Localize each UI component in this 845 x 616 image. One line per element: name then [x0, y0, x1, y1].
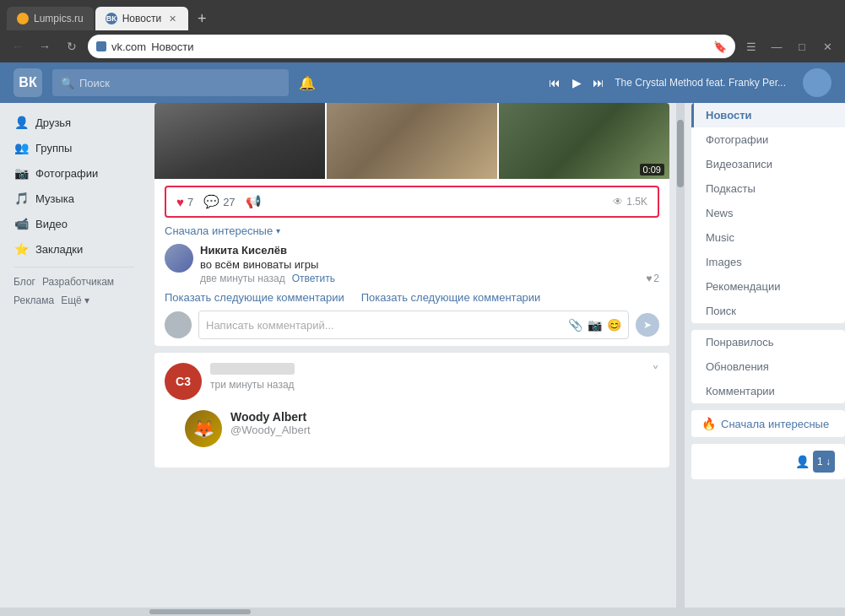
camera-icon[interactable]: 📷: [588, 318, 602, 332]
send-button[interactable]: ➤: [636, 313, 659, 337]
user-avatar[interactable]: [803, 68, 831, 97]
comment-like[interactable]: ♥ 2: [646, 273, 659, 284]
vk-app: ВК 🔍 Поиск 🔔 ⏮ ▶ ⏭ The Crystal Method fe…: [0, 62, 845, 616]
back-button[interactable]: ←: [7, 35, 29, 57]
show-more-btn-1[interactable]: Показать следующие комментарии: [165, 291, 344, 304]
vk-sidebar: 👤 Друзья 👥 Группы 📷 Фотографии 🎵 Музыка …: [0, 103, 148, 608]
like-icon: ♥: [176, 195, 184, 209]
sidebar-item-bookmarks[interactable]: ⭐ Закладки: [0, 236, 148, 262]
woody-avatar[interactable]: 🦊: [185, 410, 222, 447]
next-track-button[interactable]: ⏭: [589, 73, 608, 92]
more-link[interactable]: Ещё ▾: [61, 294, 89, 306]
close-button[interactable]: ✕: [816, 35, 838, 57]
maximize-button[interactable]: □: [791, 35, 813, 57]
tab-close-icon[interactable]: ✕: [166, 13, 178, 24]
url-domain: vk.com: [111, 41, 146, 53]
address-bar[interactable]: vk.com Новости 🔖: [88, 35, 735, 58]
video-timer: 0:09: [640, 164, 664, 176]
woody-name[interactable]: Woody Albert: [230, 410, 649, 424]
right-item-recommendations[interactable]: Рекомендации: [691, 274, 845, 299]
post-header-2: C3 три минуты назад ˅: [165, 363, 659, 400]
refresh-button[interactable]: ↻: [61, 35, 83, 57]
sidebar-item-photos[interactable]: 📷 Фотографии: [0, 160, 148, 186]
sidebar-label-photos: Фотографии: [35, 167, 98, 180]
music-icon: 🎵: [14, 191, 29, 206]
comment-count: 27: [223, 196, 235, 208]
comment-reply-button[interactable]: Ответить: [292, 273, 335, 284]
right-item-news-en[interactable]: News: [691, 201, 845, 225]
video-thumb-3[interactable]: 0:09: [499, 103, 669, 179]
sidebar-item-groups[interactable]: 👥 Группы: [0, 135, 148, 160]
h-scrollbar-thumb: [149, 609, 251, 614]
vk-favicon: ВК: [106, 13, 117, 24]
comment-button[interactable]: 💬 27: [203, 194, 235, 209]
share-button[interactable]: 📢: [246, 194, 262, 209]
friends-icon: 👤: [14, 115, 29, 130]
right-item-images-en[interactable]: Images: [691, 250, 845, 274]
comment-input-box[interactable]: Написать комментарий... 📎 📷 😊: [198, 311, 629, 339]
forward-button[interactable]: →: [34, 35, 56, 57]
right-item-search[interactable]: Поиск: [691, 299, 845, 323]
tab-vk[interactable]: ВК Новости ✕: [95, 7, 188, 30]
right-nav-section: Новости Фотографии Видеозаписи Подкасты …: [691, 103, 845, 323]
right-item-comments[interactable]: Комментарии: [691, 379, 845, 403]
sidebar-item-music[interactable]: 🎵 Музыка: [0, 186, 148, 211]
search-bar[interactable]: 🔍 Поиск: [52, 69, 289, 96]
content-inner: 0:09 ♥ 7 💬 27: [148, 103, 676, 467]
vk-right-sidebar: Новости Фотографии Видеозаписи Подкасты …: [685, 103, 845, 608]
right-scrollbar[interactable]: [676, 103, 685, 608]
right-item-photos[interactable]: Фотографии: [691, 127, 845, 152]
menu-icon[interactable]: ☰: [740, 35, 762, 57]
play-button[interactable]: ▶: [567, 73, 586, 92]
vk-logo[interactable]: ВК: [14, 68, 42, 97]
right-more-section: Понравилось Обновления Комментарии: [691, 330, 845, 403]
post-menu-button[interactable]: ˅: [652, 363, 659, 381]
post-avatar-2[interactable]: C3: [165, 363, 202, 400]
show-more-btn-2[interactable]: Показать следующие комментарии: [361, 291, 541, 304]
woody-info: Woody Albert @Woody_Albert: [230, 410, 649, 436]
views-icon: 👁: [613, 196, 623, 208]
right-item-podcasts[interactable]: Подкасты: [691, 176, 845, 201]
comment-avatar: [165, 244, 193, 273]
vk-body: 👤 Друзья 👥 Группы 📷 Фотографии 🎵 Музыка …: [0, 103, 845, 608]
sidebar-item-video[interactable]: 📹 Видео: [0, 211, 148, 236]
prev-track-button[interactable]: ⏮: [545, 73, 564, 92]
attach-icon[interactable]: 📎: [568, 318, 582, 332]
lumpics-favicon: [17, 13, 29, 24]
bookmarks-icon: ⭐: [14, 241, 29, 257]
post-actions-bar: ♥ 7 💬 27 📢 👁: [165, 186, 659, 218]
url-favicon: [96, 41, 106, 51]
video-thumbs: 0:09: [154, 103, 669, 179]
woody-avatar-emoji: 🦊: [193, 419, 214, 439]
video-thumb-1[interactable]: [154, 103, 325, 179]
video-thumb-2[interactable]: [327, 103, 497, 179]
right-item-music-en[interactable]: Music: [691, 225, 845, 250]
sidebar-links: Блог Разработчикам Реклама Ещё ▾: [0, 273, 148, 310]
devs-link[interactable]: Разработчикам: [42, 276, 114, 288]
tab-add-button[interactable]: +: [190, 7, 214, 30]
right-item-news[interactable]: Новости: [691, 103, 845, 127]
comment-input-placeholder: Написать комментарий...: [206, 319, 568, 332]
right-item-updates[interactable]: Обновления: [691, 354, 845, 379]
sidebar-item-friends[interactable]: 👤 Друзья: [0, 110, 148, 135]
comment-author[interactable]: Никита Киселёв: [200, 244, 659, 257]
minimize-button[interactable]: —: [766, 35, 788, 57]
horizontal-scrollbar[interactable]: [0, 608, 845, 616]
ads-link[interactable]: Реклама: [14, 294, 54, 306]
blog-link[interactable]: Блог: [14, 276, 35, 288]
like-button[interactable]: ♥ 7: [176, 195, 193, 209]
scrollbar-thumb: [677, 120, 684, 187]
comment-body: Никита Киселёв во всём виноваты игры две…: [200, 244, 659, 284]
share-icon: 📢: [246, 194, 262, 209]
address-bar-row: ← → ↻ vk.com Новости 🔖 ☰ — □ ✕: [0, 30, 845, 62]
right-item-liked[interactable]: Понравилось: [691, 330, 845, 354]
bookmark-icon[interactable]: 🔖: [713, 41, 727, 53]
emoji-icon[interactable]: 😊: [607, 318, 621, 332]
woody-handle: @Woody_Albert: [230, 424, 649, 436]
page-number-button[interactable]: 1 ↓: [813, 451, 835, 473]
tab-lumpics[interactable]: Lumpics.ru: [7, 7, 94, 30]
notification-bell[interactable]: 🔔: [299, 75, 316, 91]
right-item-videos[interactable]: Видеозаписи: [691, 152, 845, 176]
interesting-button[interactable]: 🔥 Сначала интересные: [691, 410, 845, 437]
sort-bar[interactable]: Сначала интересные ▾: [165, 224, 659, 237]
